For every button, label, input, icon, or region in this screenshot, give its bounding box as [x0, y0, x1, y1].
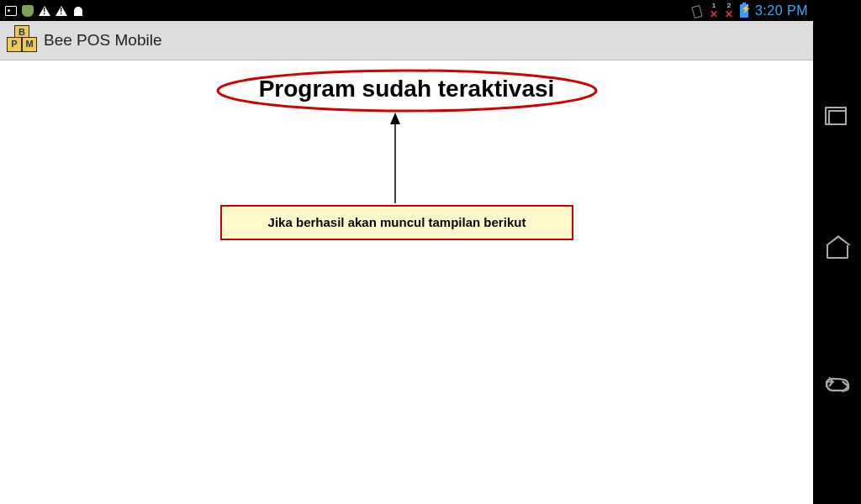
status-right-icons: 1✕ 2✕ 3:20 PM — [689, 3, 813, 19]
annotation-caption-box: Jika berhasil akan muncul tampilan berik… — [220, 205, 573, 240]
device-frame: ! ! 1✕ 2✕ 3:20 PM B P M Bee POS Mobile P… — [0, 0, 861, 504]
app-title: Bee POS Mobile — [44, 31, 161, 50]
annotation-arrow — [387, 111, 404, 203]
recent-apps-button[interactable] — [825, 105, 850, 130]
android-nav-bar — [813, 0, 861, 504]
android-icon — [72, 5, 84, 17]
app-logo-icon: B P M — [7, 25, 37, 55]
recent-apps-icon — [828, 110, 847, 125]
status-left-icons: ! ! — [0, 5, 84, 17]
heading-container: Program sudah teraktivasi — [0, 76, 813, 102]
android-status-bar: ! ! 1✕ 2✕ 3:20 PM — [0, 0, 813, 21]
app-action-bar: B P M Bee POS Mobile — [0, 21, 813, 60]
app-content-area: Program sudah teraktivasi Jika berhasil … — [0, 60, 813, 504]
warning-icon: ! — [39, 6, 50, 16]
home-icon — [827, 245, 848, 259]
debug-icon — [22, 5, 34, 17]
svg-marker-2 — [390, 113, 400, 124]
vibrate-icon — [689, 4, 703, 18]
back-icon — [825, 376, 850, 396]
network-error-icon: 2✕ — [725, 3, 733, 19]
network-error-icon: 1✕ — [710, 3, 718, 19]
image-icon — [5, 6, 17, 16]
status-clock: 3:20 PM — [755, 3, 808, 18]
warning-icon: ! — [55, 6, 67, 16]
battery-charging-icon — [740, 4, 748, 18]
annotation-caption-text: Jika berhasil akan muncul tampilan berik… — [268, 215, 526, 229]
activation-heading: Program sudah teraktivasi — [259, 76, 555, 102]
back-button[interactable] — [825, 374, 850, 399]
home-button[interactable] — [825, 239, 850, 265]
